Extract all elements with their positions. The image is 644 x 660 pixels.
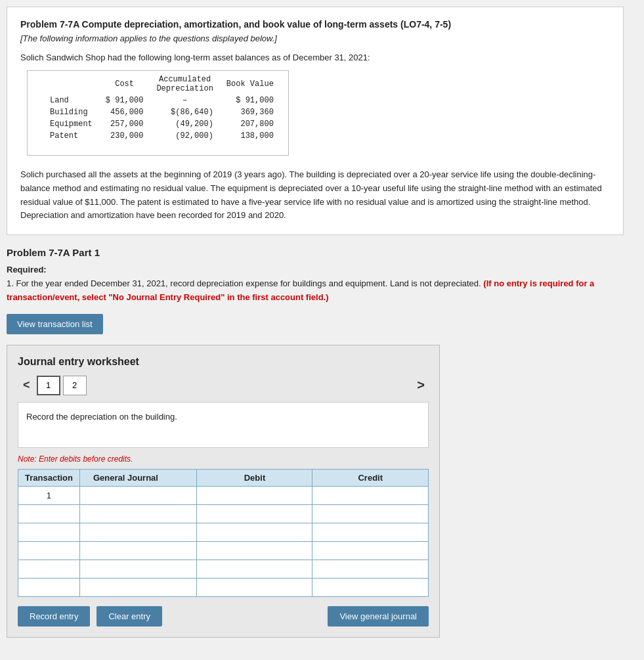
transaction-number-3 — [18, 523, 80, 541]
worksheet-title: Journal entry worksheet — [18, 356, 429, 368]
general-journal-input-cell-5[interactable] — [79, 560, 197, 578]
record-entry-button[interactable]: Record entry — [18, 606, 90, 627]
asset-name-patent: Patent — [46, 130, 102, 142]
view-transaction-button[interactable]: View transaction list — [7, 314, 103, 334]
credit-input-3[interactable] — [316, 527, 424, 537]
general-journal-input-3[interactable] — [84, 527, 193, 537]
debit-input-cell-5[interactable] — [197, 560, 312, 578]
credit-input-cell-4[interactable] — [312, 541, 429, 560]
col-header-transaction: Transaction — [18, 469, 80, 486]
asset-cost-building: 456,000 — [102, 106, 153, 118]
asset-table-container: Cost AccumulatedDepreciation Book Value … — [27, 70, 289, 156]
credit-input-2[interactable] — [316, 509, 424, 519]
credit-input-cell-3[interactable] — [312, 523, 429, 541]
general-journal-input-6[interactable] — [84, 583, 193, 592]
debit-input-6[interactable] — [201, 583, 308, 592]
asset-book-patent: 138,000 — [223, 130, 283, 142]
part-section: Problem 7-7A Part 1 Required: 1. For the… — [7, 247, 624, 644]
table-row: Land $ 91,000 – $ 91,000 — [46, 95, 283, 106]
transaction-number-2 — [18, 504, 80, 523]
debit-input-1[interactable] — [201, 491, 308, 500]
debit-input-2[interactable] — [201, 509, 308, 519]
general-journal-input-cell-3[interactable] — [79, 523, 197, 541]
asset-name-building: Building — [46, 106, 102, 118]
general-journal-input-2[interactable] — [84, 509, 193, 519]
journal-row — [18, 578, 429, 596]
bottom-button-row: Record entry Clear entry View general jo… — [18, 606, 429, 627]
general-journal-input-4[interactable] — [84, 546, 193, 556]
intro-text: Solich Sandwich Shop had the following l… — [20, 53, 610, 62]
transaction-number-1: 1 — [18, 486, 80, 504]
worksheet-nav-row: < 1 2 > — [18, 376, 429, 395]
asset-cost-land: $ 91,000 — [102, 95, 153, 106]
asset-accum-building: $(86,640) — [152, 106, 222, 118]
debit-input-3[interactable] — [201, 527, 308, 537]
page-button-2[interactable]: 2 — [63, 376, 87, 395]
credit-input-cell-2[interactable] — [312, 504, 429, 523]
credit-input-1[interactable] — [316, 491, 424, 500]
page-button-1[interactable]: 1 — [37, 376, 60, 395]
table-row: Building 456,000 $(86,640) 369,360 — [46, 106, 283, 118]
credit-input-6[interactable] — [316, 583, 424, 592]
journal-row — [18, 560, 429, 578]
asset-accum-land: – — [152, 95, 222, 106]
debit-input-4[interactable] — [201, 546, 308, 556]
debit-input-5[interactable] — [201, 564, 308, 574]
nav-left-arrow[interactable]: < — [18, 376, 35, 395]
col-header-credit: Credit — [312, 469, 429, 486]
col-header-general-journal: General Journal — [79, 469, 197, 486]
asset-table: Cost AccumulatedDepreciation Book Value … — [46, 74, 283, 142]
italic-note: [The following information applies to th… — [20, 33, 610, 43]
journal-entry-worksheet: Journal entry worksheet < 1 2 > Record t… — [7, 345, 440, 638]
asset-book-equipment: 207,800 — [223, 118, 283, 130]
credit-input-4[interactable] — [316, 546, 424, 556]
asset-accum-patent: (92,000) — [152, 130, 222, 142]
problem-container: Problem 7-7A Compute depreciation, amort… — [7, 7, 624, 235]
nav-right-arrow[interactable]: > — [413, 378, 429, 393]
credit-input-cell-5[interactable] — [312, 560, 429, 578]
debit-input-cell-6[interactable] — [197, 578, 312, 596]
col-header-accum: AccumulatedDepreciation — [152, 74, 222, 95]
debit-credit-note: Note: Enter debits before credits. — [18, 454, 429, 464]
view-general-journal-button[interactable]: View general journal — [328, 606, 429, 627]
col-header-cost: Cost — [102, 74, 153, 95]
part-title: Problem 7-7A Part 1 — [7, 247, 624, 258]
debit-input-cell-4[interactable] — [197, 541, 312, 560]
problem-title: Problem 7-7A Compute depreciation, amort… — [20, 19, 610, 30]
asset-cost-patent: 230,000 — [102, 130, 153, 142]
credit-input-cell-6[interactable] — [312, 578, 429, 596]
transaction-number-4 — [18, 541, 80, 560]
clear-entry-button[interactable]: Clear entry — [97, 606, 162, 627]
entry-description-text: Record the depreciation on the building. — [26, 412, 177, 422]
debit-input-cell-2[interactable] — [197, 504, 312, 523]
journal-row — [18, 523, 429, 541]
asset-book-building: 369,360 — [223, 106, 283, 118]
asset-name-land: Land — [46, 95, 102, 106]
general-journal-input-cell-1[interactable] — [79, 486, 197, 504]
problem-description: Solich purchased all the assets at the b… — [20, 168, 610, 223]
general-journal-input-cell-6[interactable] — [79, 578, 197, 596]
asset-cost-equipment: 257,000 — [102, 118, 153, 130]
general-journal-input-5[interactable] — [84, 564, 193, 574]
required-label: Required: — [7, 265, 624, 275]
table-row: Patent 230,000 (92,000) 138,000 — [46, 130, 283, 142]
entry-description-box: Record the depreciation on the building. — [18, 402, 429, 448]
journal-row: 1 — [18, 486, 429, 504]
general-journal-input-cell-4[interactable] — [79, 541, 197, 560]
credit-input-5[interactable] — [316, 564, 424, 574]
debit-input-cell-1[interactable] — [197, 486, 312, 504]
debit-input-cell-3[interactable] — [197, 523, 312, 541]
credit-input-cell-1[interactable] — [312, 486, 429, 504]
journal-table: Transaction General Journal Debit Credit… — [18, 469, 429, 597]
transaction-number-6 — [18, 578, 80, 596]
table-row: Equipment 257,000 (49,200) 207,800 — [46, 118, 283, 130]
transaction-number-5 — [18, 560, 80, 578]
general-journal-input-1[interactable] — [84, 491, 193, 500]
required-text-plain: 1. For the year ended December 31, 2021,… — [7, 278, 483, 288]
journal-row — [18, 541, 429, 560]
required-text: 1. For the year ended December 31, 2021,… — [7, 277, 624, 305]
general-journal-input-cell-2[interactable] — [79, 504, 197, 523]
asset-accum-equipment: (49,200) — [152, 118, 222, 130]
asset-book-land: $ 91,000 — [223, 95, 283, 106]
col-header-book: Book Value — [223, 74, 283, 95]
